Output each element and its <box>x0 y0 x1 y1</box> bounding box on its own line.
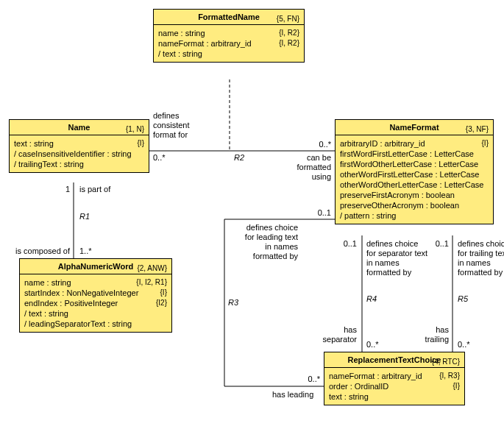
attr-text: firstWordFirstLetterCase : LetterCase <box>340 149 474 158</box>
r1-name: R1 <box>79 212 90 221</box>
attr-text: arbitraryID : arbitrary_id <box>340 139 425 148</box>
attr-text: nameFormat : arbitrary_id <box>329 372 422 380</box>
r1-bot-mult: 1..* <box>79 246 92 256</box>
class-body: nameFormat : arbitrary_id{I, R3} order :… <box>324 368 464 405</box>
attr: order : OrdinalID{I} <box>329 381 460 391</box>
r3-top-mult: 0..1 <box>313 208 331 218</box>
attr-text: startIndex : NonNegativeInteger <box>24 288 138 297</box>
attr-tag: {I, R2} <box>279 38 299 49</box>
r3-bot-mult: 0..* <box>298 375 320 384</box>
attr-text: / trailingText : string <box>14 160 84 168</box>
class-name: Name {1, N} text : string{I} / caseInsen… <box>9 119 149 173</box>
attr-text: text : string <box>329 392 369 401</box>
r1-top-role: is part of <box>79 185 110 194</box>
diagram-canvas: FormattedName {5, FN} name : string{I, R… <box>0 0 504 440</box>
attr: startIndex : NonNegativeInteger{I} <box>24 288 167 298</box>
r4-top-mult: 0..1 <box>338 239 357 249</box>
r5-top-mult: 0..1 <box>430 239 449 249</box>
attr: / caseInsensitiveIdentifier : string <box>14 149 144 159</box>
attr: preserveOtherAcronym : boolean <box>340 200 489 210</box>
attr-text: / text : string <box>24 309 68 318</box>
attr-tag: {I} <box>482 138 489 149</box>
attr: / trailingText : string <box>14 159 144 169</box>
attr-text: order : OrdinalID <box>329 382 388 391</box>
r4-top-role: defines choicefor separator textin names… <box>366 239 427 277</box>
attr: nameFormat : arbitrary_id{I, R2} <box>158 38 299 49</box>
class-body: name : string{I, I2, R1} startIndex : No… <box>20 274 171 332</box>
attr-text: nameFormat : arbitrary_id <box>158 39 252 48</box>
class-alphanumericword: AlphaNumericWord {2, ANW} name : string{… <box>19 258 172 333</box>
attr-text: preserveFirstAcronym : boolean <box>340 191 455 199</box>
class-formattedname: FormattedName {5, FN} name : string{I, R… <box>153 9 305 63</box>
attr-text: firstWordOtherLetterCase : LetterCase <box>340 160 478 168</box>
attr-text: name : string <box>158 29 205 38</box>
attr: / pattern : string <box>340 210 489 221</box>
class-header: NameFormat {3, NF} <box>336 120 493 135</box>
attr: otherWordFirstLetterCase : LetterCase <box>340 169 489 180</box>
attr: nameFormat : arbitrary_id{I, R3} <box>329 371 460 381</box>
r2-left-mult: 0..* <box>153 153 166 163</box>
r4-bot-role: hasseparator <box>316 325 357 344</box>
attr: arbitraryID : arbitrary_id{I} <box>340 138 489 149</box>
r5-top-role: defines choicefor trailing textin namesf… <box>458 239 502 277</box>
attr-tag: {I, I2, R1} <box>136 277 167 288</box>
attr-tag: {I} <box>453 381 460 391</box>
class-header: FormattedName {5, FN} <box>154 10 304 25</box>
attr: firstWordOtherLetterCase : LetterCase <box>340 159 489 169</box>
r3-bot-role: has leading <box>272 390 313 400</box>
attr: name : string{I, I2, R1} <box>24 277 167 288</box>
class-body: name : string{I, R2} nameFormat : arbitr… <box>154 25 304 62</box>
r5-bot-role: hastrailing <box>416 325 449 344</box>
attr-text: endIndex : PositiveInteger <box>24 299 118 308</box>
class-tag: {5, FN} <box>277 15 299 23</box>
attr-tag: {I, R2} <box>279 28 299 38</box>
r4-bot-mult: 0..* <box>366 340 379 349</box>
class-header: Name {1, N} <box>10 120 149 135</box>
attr: otherWordOtherLetterCase : LetterCase <box>340 180 489 190</box>
class-tag: {3, NF} <box>466 125 489 133</box>
attr: / text : string <box>158 49 299 59</box>
attr: / text : string <box>24 308 167 319</box>
attr-text: / caseInsensitiveIdentifier : string <box>14 149 132 158</box>
attr-text: / text : string <box>158 49 202 58</box>
r4-name: R4 <box>366 294 377 304</box>
attr-text: / pattern : string <box>340 211 396 220</box>
r3-name: R3 <box>228 298 238 308</box>
class-tag: {1, N} <box>126 125 144 133</box>
attr-text: name : string <box>24 278 71 287</box>
class-body: text : string{I} / caseInsensitiveIdenti… <box>10 135 149 172</box>
r1-top-mult: 1 <box>59 185 70 194</box>
class-nameformat: NameFormat {3, NF} arbitraryID : arbitra… <box>335 119 494 224</box>
class-header: ReplacementTextChoice {4, RTC} <box>324 352 464 368</box>
r5-bot-mult: 0..* <box>458 340 470 349</box>
class-title: Name <box>14 123 144 132</box>
attr-tag: {I} <box>160 288 167 298</box>
r5-name: R5 <box>458 294 468 304</box>
attr-text: preserveOtherAcronym : boolean <box>340 201 459 210</box>
attr-text: text : string <box>14 139 54 148</box>
r1-bot-role: is composed of <box>4 246 70 256</box>
r2-right-mult: 0..* <box>309 140 331 149</box>
attr: text : string{I} <box>14 138 144 149</box>
attr: endIndex : PositiveInteger{I2} <box>24 298 167 308</box>
attr: / leadingSeparatorText : string <box>24 319 167 329</box>
attr: preserveFirstAcronym : boolean <box>340 190 489 200</box>
r2-left-role: definesconsistentformat for <box>153 111 190 140</box>
class-tag: {4, RTC} <box>432 358 460 366</box>
attr-text: otherWordFirstLetterCase : LetterCase <box>340 170 479 179</box>
class-body: arbitraryID : arbitrary_id{I} firstWordF… <box>336 135 493 224</box>
attr-text: otherWordOtherLetterCase : LetterCase <box>340 180 483 189</box>
attr-text: / leadingSeparatorText : string <box>24 319 132 328</box>
r3-top-role: defines choicefor leading textin namesfo… <box>235 223 298 261</box>
r2-name: R2 <box>234 153 244 163</box>
attr-tag: {I2} <box>156 298 167 308</box>
class-header: AlphaNumericWord {2, ANW} <box>20 259 171 274</box>
attr-tag: {I, R3} <box>439 371 460 381</box>
class-tag: {2, ANW} <box>137 264 167 272</box>
attr-tag: {I} <box>138 138 144 149</box>
class-replacementtextchoice: ReplacementTextChoice {4, RTC} nameForma… <box>324 352 465 405</box>
attr: name : string{I, R2} <box>158 28 299 38</box>
attr: text : string <box>329 391 460 402</box>
r2-right-role: can beformattedusing <box>280 153 331 182</box>
attr: firstWordFirstLetterCase : LetterCase <box>340 149 489 159</box>
